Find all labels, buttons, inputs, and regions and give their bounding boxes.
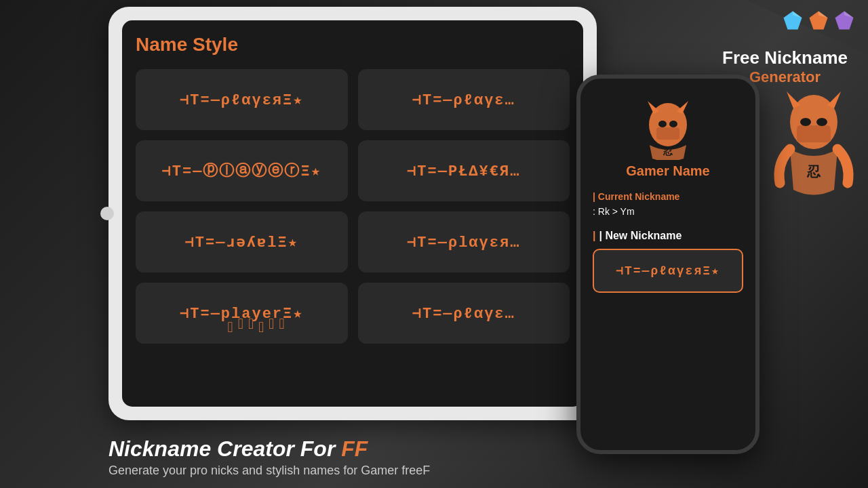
mascot-right: 忍 [773,88,854,210]
nick-card-6[interactable]: ⊣T=—ρlαγεя… [358,211,570,272]
svg-rect-8 [797,125,831,142]
svg-marker-12 [827,92,841,108]
svg-point-17 [669,121,677,127]
phone-mascot: 忍 [637,99,698,160]
nickname-grid: ⊣T=—ρℓαγεяΞ★ ⊣T=—ρℓαγε… ⊣T=—ⓟⓛⓐⓨⓔⓡΞ★ ⊣T=… [136,69,570,344]
nick-text-2: ⊣T=—ρℓαγε… [412,91,515,109]
bottom-title: Nickname Creator For FF [108,436,430,462]
current-nickname-label: | Current Nickname [593,189,743,204]
gamer-name-title: Gamer Name [626,163,709,179]
phone-device: 忍 Gamer Name | Current Nickname : Rk > Y… [576,75,760,454]
purple-gem-icon [834,10,854,30]
bottom-section: Nickname Creator For FF Generate your pr… [108,436,430,478]
svg-marker-11 [787,92,800,108]
gem-icons [732,0,868,54]
nick-text-7: ⊣T=—p͟l͟a͟y͟e͟r͟Ξ★ [180,304,304,323]
tablet-screen: Name Style ⊣T=—ρℓαγεяΞ★ ⊣T=—ρℓαγε… ⊣T=—ⓟ… [122,20,583,407]
current-nickname-value: : Rk > Ym [593,204,743,219]
nick-text-3: ⊣T=—ⓟⓛⓐⓨⓔⓡΞ★ [162,161,321,181]
nick-text-8: ⊣T=—ρℓαγε… [412,304,515,323]
nick-text-1: ⊣T=—ρℓαγεяΞ★ [180,91,304,109]
phone-nickname-card[interactable]: ⊣T=—ρℓαγεяΞ★ [593,249,743,293]
tablet-title: Name Style [136,34,570,56]
new-nickname-label: || New Nickname [593,230,743,242]
phone-mascot-svg: 忍 [637,99,698,160]
nick-text-4: ⊣T=—PŁΔ¥€Я… [407,162,520,180]
nick-text-6: ⊣T=—ρlαγεя… [407,233,520,251]
bottom-title-part1: Nickname Creator For [108,436,341,461]
svg-point-16 [658,121,667,127]
phone-notch [641,79,695,91]
svg-text:忍: 忍 [806,164,821,179]
tablet-device: Name Style ⊣T=—ρℓαγεяΞ★ ⊣T=—ρℓαγε… ⊣T=—ⓟ… [108,7,597,420]
svg-text:忍: 忍 [663,146,673,157]
bottom-title-ff: FF [341,436,368,461]
bottom-subtitle: Generate your pro nicks and stylish name… [108,464,430,478]
nick-card-2[interactable]: ⊣T=—ρℓαγε… [358,69,570,130]
nick-card-1[interactable]: ⊣T=—ρℓαγεяΞ★ [136,69,348,130]
blue-gem-icon [783,10,803,30]
mascot-right-svg: 忍 [773,88,854,210]
nick-card-7[interactable]: ⊣T=—p͟l͟a͟y͟e͟r͟Ξ★ [136,283,348,344]
orange-gem-icon [808,10,829,30]
svg-point-9 [800,118,811,126]
nick-card-3[interactable]: ⊣T=—ⓟⓛⓐⓨⓔⓡΞ★ [136,140,348,201]
nick-card-8[interactable]: ⊣T=—ρℓαγε… [358,283,570,344]
svg-point-10 [816,118,827,126]
free-nickname-label: Free Nickname [722,47,848,68]
nick-card-4[interactable]: ⊣T=—PŁΔ¥€Я… [358,140,570,201]
phone-nick-text: ⊣T=—ρℓαγεяΞ★ [616,263,720,278]
phone-info-section: | Current Nickname : Rk > Ym [593,189,743,220]
nick-text-5: ⊣T=—ɹǝʎɐlΞ★ [185,233,298,251]
nick-card-5[interactable]: ⊣T=—ɹǝʎɐlΞ★ [136,211,348,272]
svg-rect-15 [656,127,679,140]
tablet-button[interactable] [100,207,114,220]
